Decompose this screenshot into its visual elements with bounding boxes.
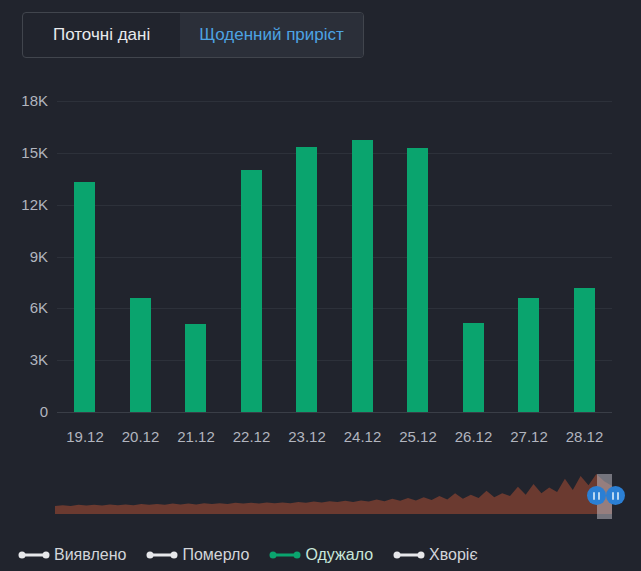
x-tick-label: 27.12 (501, 428, 557, 445)
chart-bar[interactable] (296, 147, 317, 412)
range-handle-right[interactable] (606, 486, 625, 505)
chart-bar[interactable] (407, 148, 428, 412)
series-line-marker-icon (269, 550, 301, 560)
covid-daily-stats-panel: Поточні дані Щоденний приріст 03K6K9K12K… (0, 0, 641, 571)
gridline (57, 101, 612, 102)
y-tick-label: 9K (0, 248, 48, 266)
legend-label: Виявлено (54, 546, 126, 564)
gridline (57, 205, 612, 206)
grip-bar (593, 492, 595, 500)
grip-bar (617, 492, 619, 500)
grip-bar (598, 492, 600, 500)
legend-item-sick[interactable]: Хворіє (393, 546, 478, 564)
x-tick-label: 22.12 (224, 428, 280, 445)
chart-bar[interactable] (74, 182, 95, 412)
chart-bar[interactable] (518, 298, 539, 412)
y-tick-label: 6K (0, 299, 48, 317)
grip-bar (612, 492, 614, 500)
y-tick-label: 18K (0, 92, 48, 110)
series-line-marker-icon (146, 550, 178, 560)
gridline (57, 153, 612, 154)
x-tick-label: 20.12 (113, 428, 169, 445)
chart-bar[interactable] (463, 323, 484, 412)
legend-item-detected[interactable]: Виявлено (18, 546, 126, 564)
x-tick-label: 21.12 (168, 428, 224, 445)
y-tick-label: 12K (0, 196, 48, 214)
x-tick-label: 23.12 (279, 428, 335, 445)
chart-legend: Виявлено Померло Одужало Хворіє (18, 543, 641, 567)
series-line-marker-icon (18, 550, 50, 560)
legend-item-died[interactable]: Померло (146, 546, 249, 564)
legend-item-recovered[interactable]: Одужало (269, 546, 373, 564)
daily-increase-bar-chart: 03K6K9K12K15K18K 19.1220.1221.1222.1223.… (0, 0, 641, 571)
legend-label: Померло (182, 546, 249, 564)
range-handle-left[interactable] (587, 486, 606, 505)
y-tick-label: 3K (0, 351, 48, 369)
x-tick-label: 24.12 (335, 428, 391, 445)
gridline (57, 412, 612, 413)
chart-bar[interactable] (352, 140, 373, 412)
x-tick-label: 28.12 (557, 428, 613, 445)
series-line-marker-icon (393, 550, 425, 560)
x-tick-label: 19.12 (57, 428, 113, 445)
x-tick-label: 25.12 (390, 428, 446, 445)
x-tick-label: 26.12 (446, 428, 502, 445)
y-tick-label: 0 (0, 403, 48, 421)
chart-bar[interactable] (185, 324, 206, 412)
chart-bar[interactable] (241, 170, 262, 412)
gridline (57, 257, 612, 258)
legend-label: Хворіє (429, 546, 478, 564)
legend-label: Одужало (305, 546, 373, 564)
y-tick-label: 15K (0, 144, 48, 162)
chart-bar[interactable] (130, 298, 151, 412)
chart-bar[interactable] (574, 288, 595, 412)
